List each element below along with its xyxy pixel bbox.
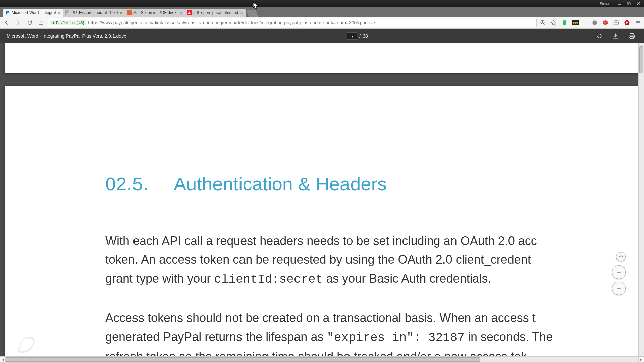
scroll-right-button[interactable]: ▸ — [638, 357, 644, 362]
close-window-button[interactable] — [634, 1, 643, 7]
scroll-left-button[interactable]: ◂ — [0, 357, 6, 362]
tab-title: Auf Seiten im PDF direkt — [133, 10, 177, 15]
forward-button[interactable] — [13, 18, 23, 27]
svg-rect-4 — [66, 12, 69, 13]
close-tab-icon[interactable]: × — [120, 10, 123, 15]
browser-tabstrip: Microsoft Word - Integrat × PP_Fischrest… — [0, 7, 644, 17]
svg-rect-6 — [187, 10, 192, 15]
pdf-page: 02.5. Authentication & Headers With each… — [5, 86, 644, 362]
body-paragraph: With each API call a request headers nee… — [105, 232, 644, 289]
pdf-document-title: Microsoft Word - Integrating PayPal Plus… — [7, 33, 126, 39]
download-button[interactable] — [610, 30, 621, 42]
zoom-controls: + − — [612, 265, 626, 295]
back-button[interactable] — [2, 18, 11, 27]
tab-title: pdf_open_parameters.pd — [193, 10, 238, 15]
address-bar[interactable]: PayPal, Inc. [US] https://www.paypalobje… — [48, 18, 537, 27]
zoom-indicator-icon[interactable] — [539, 18, 547, 27]
svg-text:IMDb: IMDb — [572, 22, 578, 24]
svg-point-14 — [625, 20, 630, 25]
tab-title: Microsoft Word - Integrat — [12, 10, 56, 15]
scrollbar-track[interactable] — [6, 357, 638, 362]
adobe-icon — [187, 10, 192, 15]
pdf-viewer[interactable]: 02.5. Authentication & Headers With each… — [0, 43, 644, 362]
new-tab-button[interactable] — [246, 10, 258, 17]
svg-point-15 — [621, 256, 622, 257]
user-label: Stefan — [600, 2, 610, 6]
maximize-button[interactable] — [625, 1, 633, 7]
watermark-logo — [14, 333, 38, 356]
bookmark-star-icon[interactable] — [549, 18, 558, 27]
window-titlebar: Stefan — [0, 0, 644, 7]
close-tab-icon[interactable]: × — [58, 10, 61, 15]
section-title: Authentication & Headers — [174, 173, 387, 195]
pdf-page-previous — [5, 43, 644, 73]
print-button[interactable] — [626, 30, 637, 42]
site-icon — [127, 10, 132, 15]
zoom-in-button[interactable]: + — [612, 265, 626, 279]
body-paragraph: Access tokens should not be created on a… — [105, 309, 644, 362]
browser-toolbar: PayPal, Inc. [US] https://www.paypalobje… — [0, 17, 644, 29]
lock-icon — [52, 21, 55, 24]
page-separator: / — [359, 33, 361, 39]
page-total: 38 — [363, 33, 368, 39]
rotate-button[interactable] — [594, 30, 605, 42]
tab-inactive[interactable]: pdf_open_parameters.pd × — [185, 9, 246, 17]
scrollbar-thumb[interactable] — [639, 46, 643, 73]
svg-rect-5 — [127, 10, 132, 15]
svg-text:ABP: ABP — [603, 22, 607, 24]
tab-inactive[interactable]: PP_Fischrestaurant_16x9 × — [63, 9, 125, 17]
page-indicator: / 38 — [347, 32, 368, 40]
tab-inactive[interactable]: Auf Seiten im PDF direkt × — [125, 9, 185, 17]
scrollbar-thumb[interactable] — [6, 357, 480, 362]
pdf-toolbar: Microsoft Word - Integrating PayPal Plus… — [0, 29, 644, 43]
paypal-icon — [5, 10, 10, 15]
reload-button[interactable] — [25, 18, 34, 27]
section-number: 02.5. — [105, 173, 149, 195]
close-tab-icon[interactable]: × — [179, 10, 182, 15]
extension-pinterest-icon[interactable] — [623, 18, 631, 27]
extension-generic-icon[interactable] — [590, 18, 599, 27]
security-chip[interactable]: PayPal, Inc. [US] — [50, 20, 86, 25]
zoom-out-button[interactable]: − — [612, 282, 626, 295]
tab-title: PP_Fischrestaurant_16x9 — [71, 10, 118, 15]
url-text: https://www.paypalobjects.com/digitalass… — [88, 20, 376, 25]
vertical-scrollbar[interactable] — [638, 43, 644, 356]
page-number-input[interactable] — [347, 32, 357, 40]
pdf-icon — [65, 10, 70, 15]
security-chip-label: PayPal, Inc. [US] — [56, 21, 84, 25]
chrome-menu-button[interactable] — [633, 18, 642, 27]
svg-point-10 — [592, 20, 597, 25]
extension-imdb-icon[interactable]: IMDb — [571, 18, 580, 27]
svg-rect-1 — [628, 3, 630, 5]
horizontal-scrollbar[interactable]: ◂ ▸ — [0, 356, 644, 362]
svg-rect-3 — [66, 12, 69, 12]
tab-active[interactable]: Microsoft Word - Integrat × — [3, 9, 63, 17]
extension-evernote-icon[interactable] — [560, 18, 569, 27]
close-tab-icon[interactable]: × — [240, 10, 243, 15]
home-button[interactable] — [36, 18, 46, 27]
extension-abp-icon[interactable]: ABP — [601, 18, 610, 27]
autoscroll-anchor-icon — [616, 252, 626, 261]
minimize-button[interactable] — [615, 1, 624, 7]
extension-generic-icon[interactable] — [612, 18, 621, 27]
